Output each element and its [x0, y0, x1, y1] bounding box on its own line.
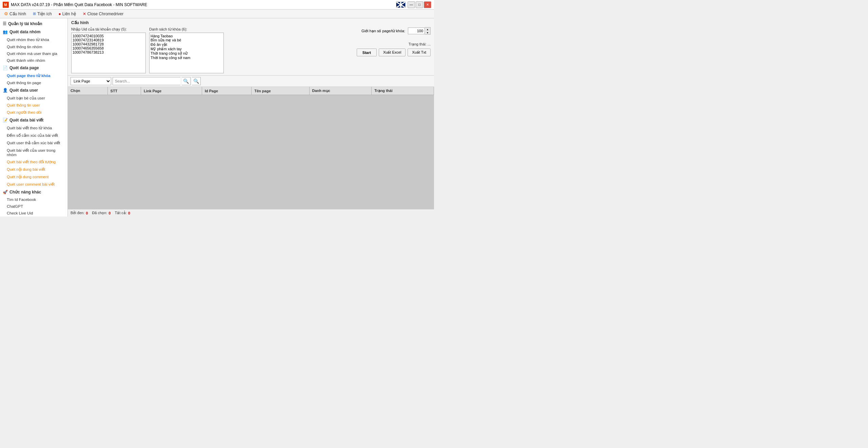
gioi-han-input[interactable] — [408, 27, 425, 34]
language-flag[interactable] — [396, 2, 406, 8]
menu-cau-hinh[interactable]: ⚙ Cấu hình — [1, 10, 29, 17]
da-chon-label: Đã chọn: — [92, 211, 107, 215]
maximize-button[interactable]: □ — [416, 1, 423, 8]
col-header-ten-page: Tên page — [252, 87, 309, 95]
config-row: Nhập Uid của tài khoản chạy (5): Danh sá… — [71, 27, 431, 73]
search-bar: Link Page Id Page Tên page 🔍 🔍 — [68, 76, 434, 87]
sidebar-section-label: Quét data page — [9, 66, 39, 70]
search-type-dropdown[interactable]: Link Page Id Page Tên page — [71, 77, 111, 85]
user-icon: 👤 — [3, 88, 8, 93]
col-header-chon: Chọn — [68, 87, 107, 95]
content-area: Cấu hình Nhập Uid của tài khoản chạy (5)… — [68, 18, 434, 217]
tat-ca-value: 0 — [128, 211, 130, 215]
sidebar-item-quet-data-bai-viet[interactable]: 📝 Quét data bài viết — [0, 116, 67, 124]
person-icon: ● — [59, 12, 61, 16]
menu-lien-he[interactable]: ● Liên hệ — [56, 11, 79, 17]
start-button[interactable]: Start — [357, 49, 377, 56]
sidebar-item-quet-noi-dung-bai-viet[interactable]: Quét nội dung bài viết — [0, 166, 67, 173]
sidebar-item-chuc-nang-khac[interactable]: 🚀 Chức năng khác — [0, 188, 67, 196]
post-icon: 📝 — [3, 118, 8, 123]
sidebar-item-check-live-uid[interactable]: Check Live Uid — [0, 210, 67, 217]
sidebar-item-quet-data-nhom[interactable]: 👥 Quét data nhóm — [0, 28, 67, 36]
uid-label: Nhập Uid của tài khoản chạy (5): — [71, 27, 146, 32]
trang-thai-row: Trạng thái: ... — [409, 42, 431, 46]
sidebar-section-label: Chức năng khác — [9, 190, 41, 194]
sidebar-item-chatgpt[interactable]: ChatGPT — [0, 203, 67, 210]
spinner-buttons: ▲ ▼ — [425, 27, 431, 35]
search-button[interactable]: 🔍 — [182, 77, 191, 85]
sidebar-item-tim-id-facebook[interactable]: Tìm Id Facebook — [0, 196, 67, 203]
menu-cau-hinh-label: Cấu hình — [9, 12, 26, 16]
config-keyword-section: Danh sách từ khóa (6): — [149, 27, 224, 73]
table-header-row: Chọn STT Link Page Id Page Tên page Danh… — [68, 87, 434, 95]
search-input[interactable] — [113, 77, 180, 85]
gioi-han-label: Giới hạn số page/từ khóa: — [361, 29, 405, 33]
search-icon: 🔍 — [183, 78, 189, 84]
config-right: Giới hạn số page/từ khóa: ▲ ▼ Trạng thái… — [227, 27, 431, 56]
close-chrome-icon: ✕ — [83, 12, 86, 16]
titlebar-left: M MAX DATA v24.07.19 - Phần Mềm Quét Dat… — [3, 2, 147, 8]
page-icon: 📄 — [3, 66, 8, 70]
main-layout: ☰ Quản lý tài khoản 👥 Quét data nhóm Qué… — [0, 18, 434, 217]
sidebar-item-quet-data-page[interactable]: 📄 Quét data page — [0, 64, 67, 72]
app-logo: M — [3, 2, 9, 8]
sidebar-item-quet-nguoi-theo-doi[interactable]: Quét người theo dõi — [0, 109, 67, 116]
xuat-txt-button[interactable]: Xuất Txt — [408, 49, 431, 56]
statusbar: Bởi đen: 0 Đã chọn: 0 Tất cả: 0 — [68, 209, 434, 217]
col-header-trang-thai: Trạng thái — [372, 87, 434, 95]
uid-textarea[interactable] — [71, 33, 146, 73]
sidebar-item-dem-so-cam-xuc[interactable]: Đếm số cảm xúc của bài viết — [0, 132, 67, 139]
col-header-stt: STT — [107, 87, 141, 95]
sidebar-item-quet-ban-be-user[interactable]: Quét bạn bè của user — [0, 94, 67, 102]
sidebar-section-label: Quét data nhóm — [9, 30, 40, 34]
config-title: Cấu hình — [71, 20, 431, 25]
menu-close-chrome[interactable]: ✕ Close Chromedriver — [80, 11, 126, 17]
sidebar-item-quet-user-tha-cam-xuc[interactable]: Quét user thả cảm xúc bài viết — [0, 139, 67, 147]
spinner-down-button[interactable]: ▼ — [425, 31, 430, 34]
sidebar: ☰ Quản lý tài khoản 👥 Quét data nhóm Qué… — [0, 18, 68, 217]
menu-tien-ich-label: Tiện ích — [37, 12, 52, 16]
rocket-icon: 🚀 — [3, 190, 8, 194]
data-table: Chọn STT Link Page Id Page Tên page Danh… — [68, 87, 434, 95]
xuat-excel-button[interactable]: Xuất Excel — [379, 49, 406, 56]
col-header-link-page: Link Page — [141, 87, 202, 95]
sidebar-item-quet-noi-dung-comment[interactable]: Quét nội dung comment — [0, 173, 67, 181]
boi-den-label: Bởi đen: — [71, 211, 84, 215]
table-area: Chọn STT Link Page Id Page Tên page Danh… — [68, 87, 434, 209]
config-uid-section: Nhập Uid của tài khoản chạy (5): — [71, 27, 146, 73]
menu-lien-he-label: Liên hệ — [62, 12, 76, 16]
sidebar-item-quet-nhom-tu-khoa[interactable]: Quét nhóm theo từ khóa — [0, 36, 67, 43]
sidebar-item-quan-ly-tai-khoan[interactable]: ☰ Quản lý tài khoản — [0, 20, 67, 28]
list-icon: ☰ — [3, 21, 6, 26]
search-refresh-button[interactable]: 🔍 — [192, 77, 201, 85]
sidebar-item-quet-thong-tin-user[interactable]: Quét thông tin user — [0, 102, 67, 109]
menu-tien-ich[interactable]: ⊞ Tiện ích — [30, 11, 55, 17]
da-chon-value: 0 — [108, 211, 111, 215]
boi-den-value: 0 — [86, 211, 88, 215]
refresh-search-icon: 🔍 — [193, 78, 199, 84]
spinner-up-button[interactable]: ▲ — [425, 27, 430, 31]
group-icon: 👥 — [3, 30, 8, 34]
gioi-han-spinner: ▲ ▼ — [408, 27, 431, 35]
keyword-textarea[interactable] — [149, 33, 224, 73]
tat-ca-label: Tất cả: — [115, 211, 126, 215]
sidebar-item-quet-bai-viet-doi-tuong[interactable]: Quét bài viết theo đối tượng — [0, 158, 67, 166]
col-header-id-page: Id Page — [202, 87, 251, 95]
svg-text:M: M — [4, 3, 7, 7]
sidebar-item-quet-nhom-user[interactable]: Quét nhóm mà user tham gia — [0, 50, 67, 57]
gioi-han-row: Giới hạn số page/từ khóa: ▲ ▼ — [361, 27, 431, 35]
sidebar-item-quet-thanh-vien-nhom[interactable]: Quét thành viên nhóm — [0, 57, 67, 64]
sidebar-item-quet-data-user[interactable]: 👤 Quét data user — [0, 86, 67, 94]
gear-icon: ⚙ — [4, 11, 8, 16]
sidebar-item-quet-thong-tin-nhom[interactable]: Quét thông tin nhóm — [0, 43, 67, 50]
action-buttons: Start Xuất Excel Xuất Txt — [357, 49, 431, 56]
close-button[interactable]: ✕ — [424, 1, 431, 8]
sidebar-item-quet-bai-viet-user-nhom[interactable]: Quét bài viết của user trong nhóm — [0, 147, 67, 158]
sidebar-item-quet-page-tu-khoa[interactable]: Quét page theo từ khóa — [0, 72, 67, 79]
minimize-button[interactable]: — — [408, 1, 415, 8]
sidebar-item-quet-bai-viet-tu-khoa[interactable]: Quét bài viết theo từ khóa — [0, 124, 67, 132]
menubar: ⚙ Cấu hình ⊞ Tiện ích ● Liên hệ ✕ Close … — [0, 10, 434, 18]
sidebar-item-quet-thong-tin-page[interactable]: Quét thông tin page — [0, 79, 67, 86]
sidebar-item-quet-user-comment-bai-viet[interactable]: Quét user comment bài viết — [0, 181, 67, 188]
titlebar: M MAX DATA v24.07.19 - Phần Mềm Quét Dat… — [0, 0, 434, 10]
